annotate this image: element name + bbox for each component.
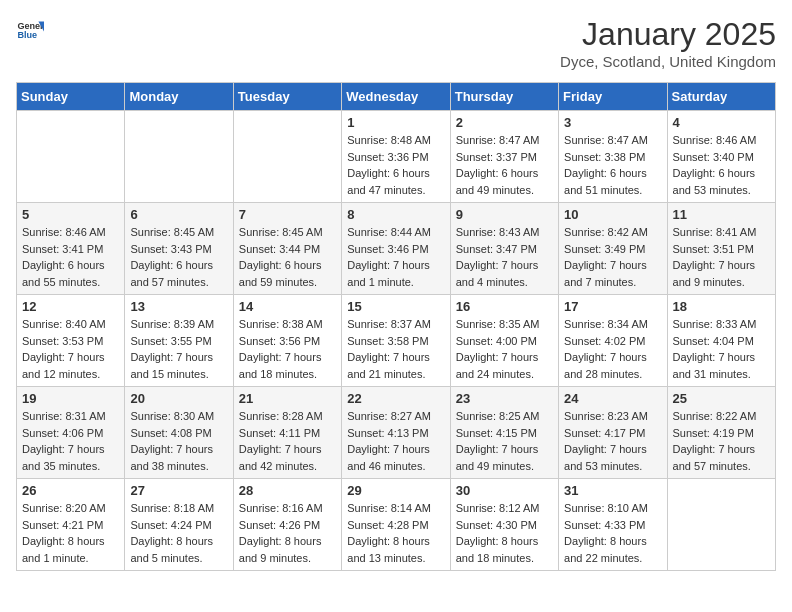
- day-number: 22: [347, 391, 444, 406]
- calendar-cell: 7Sunrise: 8:45 AM Sunset: 3:44 PM Daylig…: [233, 203, 341, 295]
- day-number: 15: [347, 299, 444, 314]
- day-number: 30: [456, 483, 553, 498]
- calendar-table: SundayMondayTuesdayWednesdayThursdayFrid…: [16, 82, 776, 571]
- day-info: Sunrise: 8:28 AM Sunset: 4:11 PM Dayligh…: [239, 408, 336, 474]
- day-number: 25: [673, 391, 770, 406]
- day-number: 17: [564, 299, 661, 314]
- day-number: 12: [22, 299, 119, 314]
- day-header-thursday: Thursday: [450, 83, 558, 111]
- logo-icon: General Blue: [16, 16, 44, 44]
- calendar-cell: 2Sunrise: 8:47 AM Sunset: 3:37 PM Daylig…: [450, 111, 558, 203]
- day-number: 13: [130, 299, 227, 314]
- day-number: 20: [130, 391, 227, 406]
- day-info: Sunrise: 8:45 AM Sunset: 3:44 PM Dayligh…: [239, 224, 336, 290]
- calendar-cell: 14Sunrise: 8:38 AM Sunset: 3:56 PM Dayli…: [233, 295, 341, 387]
- calendar-cell: 17Sunrise: 8:34 AM Sunset: 4:02 PM Dayli…: [559, 295, 667, 387]
- day-info: Sunrise: 8:40 AM Sunset: 3:53 PM Dayligh…: [22, 316, 119, 382]
- calendar-cell: [233, 111, 341, 203]
- day-number: 4: [673, 115, 770, 130]
- day-info: Sunrise: 8:41 AM Sunset: 3:51 PM Dayligh…: [673, 224, 770, 290]
- day-number: 7: [239, 207, 336, 222]
- calendar-cell: 26Sunrise: 8:20 AM Sunset: 4:21 PM Dayli…: [17, 479, 125, 571]
- calendar-cell: 12Sunrise: 8:40 AM Sunset: 3:53 PM Dayli…: [17, 295, 125, 387]
- calendar-cell: 5Sunrise: 8:46 AM Sunset: 3:41 PM Daylig…: [17, 203, 125, 295]
- calendar-cell: 31Sunrise: 8:10 AM Sunset: 4:33 PM Dayli…: [559, 479, 667, 571]
- day-info: Sunrise: 8:30 AM Sunset: 4:08 PM Dayligh…: [130, 408, 227, 474]
- calendar-cell: 8Sunrise: 8:44 AM Sunset: 3:46 PM Daylig…: [342, 203, 450, 295]
- day-info: Sunrise: 8:42 AM Sunset: 3:49 PM Dayligh…: [564, 224, 661, 290]
- day-number: 16: [456, 299, 553, 314]
- day-info: Sunrise: 8:34 AM Sunset: 4:02 PM Dayligh…: [564, 316, 661, 382]
- calendar-cell: 4Sunrise: 8:46 AM Sunset: 3:40 PM Daylig…: [667, 111, 775, 203]
- calendar-cell: 27Sunrise: 8:18 AM Sunset: 4:24 PM Dayli…: [125, 479, 233, 571]
- day-header-wednesday: Wednesday: [342, 83, 450, 111]
- day-info: Sunrise: 8:44 AM Sunset: 3:46 PM Dayligh…: [347, 224, 444, 290]
- calendar-cell: 25Sunrise: 8:22 AM Sunset: 4:19 PM Dayli…: [667, 387, 775, 479]
- day-info: Sunrise: 8:43 AM Sunset: 3:47 PM Dayligh…: [456, 224, 553, 290]
- day-number: 23: [456, 391, 553, 406]
- day-header-tuesday: Tuesday: [233, 83, 341, 111]
- day-info: Sunrise: 8:39 AM Sunset: 3:55 PM Dayligh…: [130, 316, 227, 382]
- day-info: Sunrise: 8:22 AM Sunset: 4:19 PM Dayligh…: [673, 408, 770, 474]
- day-info: Sunrise: 8:12 AM Sunset: 4:30 PM Dayligh…: [456, 500, 553, 566]
- day-info: Sunrise: 8:48 AM Sunset: 3:36 PM Dayligh…: [347, 132, 444, 198]
- day-info: Sunrise: 8:47 AM Sunset: 3:38 PM Dayligh…: [564, 132, 661, 198]
- calendar-cell: 29Sunrise: 8:14 AM Sunset: 4:28 PM Dayli…: [342, 479, 450, 571]
- calendar-cell: 21Sunrise: 8:28 AM Sunset: 4:11 PM Dayli…: [233, 387, 341, 479]
- calendar-cell: 24Sunrise: 8:23 AM Sunset: 4:17 PM Dayli…: [559, 387, 667, 479]
- calendar-cell: 18Sunrise: 8:33 AM Sunset: 4:04 PM Dayli…: [667, 295, 775, 387]
- day-number: 6: [130, 207, 227, 222]
- calendar-cell: 20Sunrise: 8:30 AM Sunset: 4:08 PM Dayli…: [125, 387, 233, 479]
- day-header-saturday: Saturday: [667, 83, 775, 111]
- calendar-cell: 9Sunrise: 8:43 AM Sunset: 3:47 PM Daylig…: [450, 203, 558, 295]
- day-number: 1: [347, 115, 444, 130]
- day-number: 24: [564, 391, 661, 406]
- day-info: Sunrise: 8:23 AM Sunset: 4:17 PM Dayligh…: [564, 408, 661, 474]
- day-number: 29: [347, 483, 444, 498]
- day-number: 31: [564, 483, 661, 498]
- day-info: Sunrise: 8:25 AM Sunset: 4:15 PM Dayligh…: [456, 408, 553, 474]
- day-info: Sunrise: 8:37 AM Sunset: 3:58 PM Dayligh…: [347, 316, 444, 382]
- day-info: Sunrise: 8:35 AM Sunset: 4:00 PM Dayligh…: [456, 316, 553, 382]
- title-area: January 2025 Dyce, Scotland, United King…: [560, 16, 776, 70]
- day-number: 18: [673, 299, 770, 314]
- calendar-cell: [125, 111, 233, 203]
- calendar-cell: 16Sunrise: 8:35 AM Sunset: 4:00 PM Dayli…: [450, 295, 558, 387]
- header: General Blue January 2025 Dyce, Scotland…: [16, 16, 776, 70]
- calendar-cell: 23Sunrise: 8:25 AM Sunset: 4:15 PM Dayli…: [450, 387, 558, 479]
- calendar-cell: [667, 479, 775, 571]
- day-number: 11: [673, 207, 770, 222]
- day-number: 28: [239, 483, 336, 498]
- calendar-cell: 11Sunrise: 8:41 AM Sunset: 3:51 PM Dayli…: [667, 203, 775, 295]
- calendar-cell: 3Sunrise: 8:47 AM Sunset: 3:38 PM Daylig…: [559, 111, 667, 203]
- month-title: January 2025: [560, 16, 776, 53]
- day-number: 10: [564, 207, 661, 222]
- calendar-cell: 6Sunrise: 8:45 AM Sunset: 3:43 PM Daylig…: [125, 203, 233, 295]
- svg-text:Blue: Blue: [17, 30, 37, 40]
- calendar-cell: 30Sunrise: 8:12 AM Sunset: 4:30 PM Dayli…: [450, 479, 558, 571]
- calendar-cell: 13Sunrise: 8:39 AM Sunset: 3:55 PM Dayli…: [125, 295, 233, 387]
- day-info: Sunrise: 8:47 AM Sunset: 3:37 PM Dayligh…: [456, 132, 553, 198]
- day-header-monday: Monday: [125, 83, 233, 111]
- day-info: Sunrise: 8:20 AM Sunset: 4:21 PM Dayligh…: [22, 500, 119, 566]
- day-number: 19: [22, 391, 119, 406]
- day-info: Sunrise: 8:31 AM Sunset: 4:06 PM Dayligh…: [22, 408, 119, 474]
- day-number: 3: [564, 115, 661, 130]
- day-info: Sunrise: 8:45 AM Sunset: 3:43 PM Dayligh…: [130, 224, 227, 290]
- day-info: Sunrise: 8:38 AM Sunset: 3:56 PM Dayligh…: [239, 316, 336, 382]
- day-info: Sunrise: 8:14 AM Sunset: 4:28 PM Dayligh…: [347, 500, 444, 566]
- day-info: Sunrise: 8:16 AM Sunset: 4:26 PM Dayligh…: [239, 500, 336, 566]
- day-number: 14: [239, 299, 336, 314]
- day-info: Sunrise: 8:46 AM Sunset: 3:41 PM Dayligh…: [22, 224, 119, 290]
- day-info: Sunrise: 8:46 AM Sunset: 3:40 PM Dayligh…: [673, 132, 770, 198]
- calendar-cell: [17, 111, 125, 203]
- location-title: Dyce, Scotland, United Kingdom: [560, 53, 776, 70]
- day-info: Sunrise: 8:18 AM Sunset: 4:24 PM Dayligh…: [130, 500, 227, 566]
- logo: General Blue: [16, 16, 44, 44]
- calendar-cell: 19Sunrise: 8:31 AM Sunset: 4:06 PM Dayli…: [17, 387, 125, 479]
- calendar-cell: 1Sunrise: 8:48 AM Sunset: 3:36 PM Daylig…: [342, 111, 450, 203]
- day-header-friday: Friday: [559, 83, 667, 111]
- calendar-cell: 28Sunrise: 8:16 AM Sunset: 4:26 PM Dayli…: [233, 479, 341, 571]
- day-number: 27: [130, 483, 227, 498]
- day-number: 21: [239, 391, 336, 406]
